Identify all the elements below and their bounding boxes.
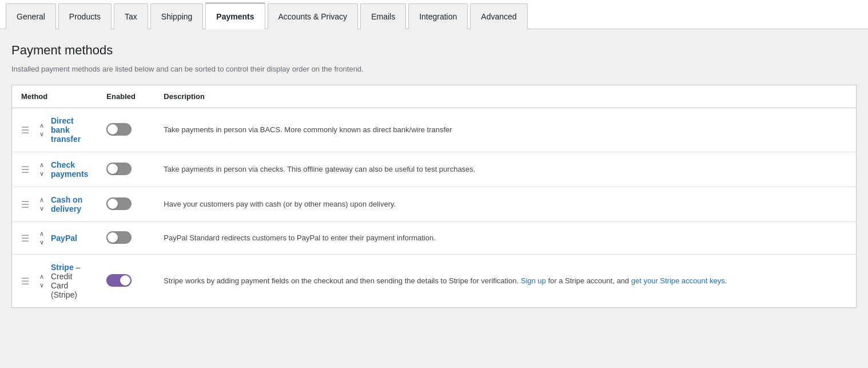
page-title: Payment methods: [11, 43, 857, 58]
enabled-cell-direct-bank-transfer: [97, 108, 154, 152]
enabled-cell-stripe: [97, 255, 154, 308]
method-cell-direct-bank-transfer: ☰ ∧ ∨ Direct bank transfer: [12, 108, 98, 152]
enabled-cell-paypal: [97, 222, 154, 255]
tab-integration[interactable]: Integration: [408, 3, 468, 29]
table-row: ☰ ∧ ∨ Direct bank transfer Take payments…: [12, 108, 857, 152]
enabled-cell-check-payments: [97, 152, 154, 187]
move-down-paypal[interactable]: ∨: [37, 239, 46, 246]
tab-emails[interactable]: Emails: [360, 3, 406, 29]
reorder-controls-direct-bank-transfer: ∧ ∨: [37, 122, 46, 138]
move-down-direct-bank-transfer[interactable]: ∨: [37, 130, 46, 138]
tab-accounts-privacy[interactable]: Accounts & Privacy: [268, 3, 359, 29]
tab-general[interactable]: General: [6, 3, 56, 29]
drag-handle-stripe[interactable]: ☰: [21, 276, 29, 287]
tab-shipping[interactable]: Shipping: [150, 3, 204, 29]
method-cell-check-payments: ☰ ∧ ∨ Check payments: [12, 152, 98, 187]
description-cell-check-payments: Take payments in person via checks. This…: [154, 152, 856, 187]
tab-products[interactable]: Products: [58, 3, 112, 29]
desc-link-stripe[interactable]: get your Stripe account keys: [631, 276, 725, 285]
method-cell-cash-on-delivery: ☰ ∧ ∨ Cash on delivery: [12, 187, 98, 222]
drag-handle-check-payments[interactable]: ☰: [21, 164, 29, 175]
desc-link-stripe[interactable]: Sign up: [521, 276, 546, 285]
method-cell-stripe: ☰ ∧ ∨ Stripe – Credit Card (Stripe): [12, 255, 98, 308]
description-text-direct-bank-transfer: Take payments in person via BACS. More c…: [164, 125, 452, 134]
tabs-navigation: General Products Tax Shipping Payments A…: [0, 0, 868, 29]
table-row: ☰ ∧ ∨ PayPal PayPal Standard redirects c…: [12, 222, 857, 255]
description-text-cash-on-delivery: Have your customers pay with cash (or by…: [164, 200, 396, 208]
method-link-stripe[interactable]: Stripe: [51, 263, 74, 272]
description-cell-cash-on-delivery: Have your customers pay with cash (or by…: [154, 187, 856, 222]
move-up-paypal[interactable]: ∧: [37, 230, 46, 238]
description-cell-paypal: PayPal Standard redirects customers to P…: [154, 222, 856, 255]
move-down-check-payments[interactable]: ∨: [37, 170, 46, 177]
drag-handle-direct-bank-transfer[interactable]: ☰: [21, 125, 29, 136]
col-header-method: Method: [12, 85, 98, 108]
tab-advanced[interactable]: Advanced: [470, 3, 527, 29]
main-content: Payment methods Installed payment method…: [0, 29, 868, 322]
description-text-paypal: PayPal Standard redirects customers to P…: [164, 234, 435, 242]
toggle-cash-on-delivery[interactable]: [106, 197, 132, 210]
description-cell-direct-bank-transfer: Take payments in person via BACS. More c…: [154, 108, 856, 152]
method-link-paypal[interactable]: PayPal: [51, 234, 77, 243]
toggle-check-payments[interactable]: [106, 163, 132, 175]
table-row: ☰ ∧ ∨ Check payments Take payments in pe…: [12, 152, 857, 187]
move-up-direct-bank-transfer[interactable]: ∧: [37, 122, 46, 129]
tab-tax[interactable]: Tax: [114, 3, 148, 29]
col-header-description: Description: [154, 85, 856, 108]
table-header-row: Method Enabled Description: [12, 85, 857, 108]
enabled-cell-cash-on-delivery: [97, 187, 154, 222]
reorder-controls-stripe: ∧ ∨: [37, 273, 46, 289]
move-up-check-payments[interactable]: ∧: [37, 161, 46, 169]
toggle-direct-bank-transfer[interactable]: [106, 123, 132, 136]
table-row: ☰ ∧ ∨ Stripe – Credit Card (Stripe) Stri…: [12, 255, 857, 308]
toggle-stripe[interactable]: [106, 274, 132, 287]
tab-payments[interactable]: Payments: [205, 2, 265, 29]
move-up-stripe[interactable]: ∧: [37, 273, 46, 280]
move-up-cash-on-delivery[interactable]: ∧: [37, 196, 46, 204]
method-link-cash-on-delivery[interactable]: Cash on delivery: [51, 195, 82, 213]
reorder-controls-check-payments: ∧ ∨: [37, 161, 46, 177]
payment-methods-table: Method Enabled Description ☰ ∧ ∨ Direct …: [11, 85, 857, 308]
drag-handle-paypal[interactable]: ☰: [21, 233, 29, 244]
method-link-direct-bank-transfer[interactable]: Direct bank transfer: [51, 116, 81, 144]
description-text-check-payments: Take payments in person via checks. This…: [164, 165, 475, 173]
description-text-stripe: Stripe works by adding payment fields on…: [164, 276, 727, 285]
table-row: ☰ ∧ ∨ Cash on delivery Have your custome…: [12, 187, 857, 222]
toggle-paypal[interactable]: [106, 231, 132, 244]
method-cell-paypal: ☰ ∧ ∨ PayPal: [12, 222, 98, 255]
reorder-controls-paypal: ∧ ∨: [37, 230, 46, 246]
drag-handle-cash-on-delivery[interactable]: ☰: [21, 199, 29, 210]
page-description: Installed payment methods are listed bel…: [11, 65, 857, 73]
move-down-stripe[interactable]: ∨: [37, 282, 46, 289]
move-down-cash-on-delivery[interactable]: ∨: [37, 205, 46, 212]
description-cell-stripe: Stripe works by adding payment fields on…: [154, 255, 856, 308]
method-link-check-payments[interactable]: Check payments: [51, 160, 88, 179]
reorder-controls-cash-on-delivery: ∧ ∨: [37, 196, 46, 212]
col-header-enabled: Enabled: [97, 85, 154, 108]
